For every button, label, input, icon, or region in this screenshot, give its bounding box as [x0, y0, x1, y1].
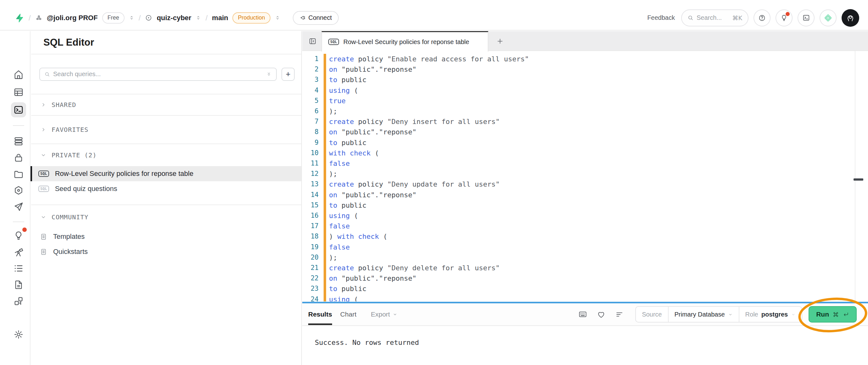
panel-resize-handle[interactable]: [302, 302, 868, 303]
query-list-item[interactable]: SQL Row-Level Security policies for repo…: [31, 166, 301, 181]
code-line[interactable]: 8on "public"."reponse": [302, 127, 868, 137]
help-icon: [758, 14, 766, 22]
code-line[interactable]: 11false: [302, 158, 868, 169]
advisors-alert-dot: [22, 227, 27, 232]
help-button[interactable]: [753, 9, 771, 26]
edge-functions-icon: [13, 185, 24, 196]
nav-database[interactable]: [11, 134, 26, 149]
code-line[interactable]: 17false: [302, 221, 868, 231]
sql-file-icon: SQL: [38, 186, 49, 192]
section-shared[interactable]: SHARED: [31, 94, 301, 116]
plan-badge: Free: [102, 12, 125, 24]
supabase-sql-editor-app: / @joli.org PROF Free / quiz-cyber / mai…: [0, 0, 868, 365]
home-icon: [13, 69, 24, 80]
code-line[interactable]: 4using (: [302, 85, 868, 96]
collapse-all-icon[interactable]: [266, 71, 272, 77]
nav-logs[interactable]: [11, 261, 26, 276]
query-search-input[interactable]: [53, 70, 263, 78]
database-select[interactable]: Primary Database: [668, 307, 739, 322]
collapse-sidebar-button[interactable]: [307, 35, 318, 47]
new-tab-button[interactable]: [494, 35, 506, 47]
code-line[interactable]: 19false: [302, 242, 868, 252]
nav-storage[interactable]: [11, 166, 26, 182]
org-switcher-chevron-icon[interactable]: [129, 15, 134, 21]
nav-integrations[interactable]: [11, 294, 26, 309]
code-line[interactable]: 22on "public"."reponse": [302, 273, 868, 283]
query-list-item[interactable]: SQL Seed quiz questions: [31, 181, 301, 196]
code-line[interactable]: 20);: [302, 252, 868, 263]
tab-chart[interactable]: Chart: [340, 310, 356, 318]
line-number: 22: [302, 273, 318, 283]
code-line[interactable]: 15to public: [302, 200, 868, 211]
nav-reports[interactable]: [11, 244, 26, 260]
user-avatar[interactable]: [842, 9, 859, 27]
branch-switcher-chevron-icon[interactable]: [275, 15, 280, 21]
code-line[interactable]: 24using (: [302, 294, 868, 301]
code-line[interactable]: 3to public: [302, 74, 868, 85]
community-list-item[interactable]: Quickstarts: [31, 244, 301, 259]
editor-tab-title: Row-Level Security policies for reponse …: [343, 38, 469, 45]
section-private[interactable]: PRIVATE (2): [31, 144, 301, 166]
supabase-logo-icon[interactable]: [15, 13, 24, 23]
list-icon: [13, 263, 24, 274]
code-line[interactable]: 23to public: [302, 283, 868, 294]
code-line[interactable]: 18) with check (: [302, 231, 868, 242]
section-favorites[interactable]: FAVORITES: [31, 116, 301, 144]
branch-name[interactable]: main: [212, 14, 228, 22]
run-button[interactable]: Run: [809, 306, 857, 323]
editor-tab-active[interactable]: SQL Row-Level Security policies for repo…: [321, 31, 488, 52]
search-icon: [687, 15, 693, 21]
code-line[interactable]: 9to public: [302, 138, 868, 148]
format-lines-button[interactable]: [614, 309, 625, 320]
code-text: create policy "Deny delete for all users…: [329, 263, 500, 273]
nav-api-docs[interactable]: [11, 277, 26, 292]
favorite-heart-button[interactable]: [596, 309, 606, 320]
new-query-button[interactable]: +: [281, 68, 295, 81]
command-icon: [833, 311, 839, 318]
nav-edge-functions[interactable]: [11, 183, 26, 198]
nav-realtime[interactable]: [11, 199, 26, 214]
nav-sql-editor[interactable]: [11, 102, 26, 117]
notifications-button[interactable]: [776, 9, 793, 26]
nav-table-editor[interactable]: [11, 85, 26, 100]
export-dropdown[interactable]: Export: [371, 310, 398, 318]
feedback-button[interactable]: Feedback: [647, 14, 675, 21]
nav-home[interactable]: [11, 67, 26, 82]
code-line[interactable]: 2on "public"."reponse": [302, 64, 868, 74]
code-line[interactable]: 16using (: [302, 211, 868, 221]
code-line[interactable]: 1create policy "Enable read access for a…: [302, 54, 868, 64]
code-line[interactable]: 21create policy "Deny delete for all use…: [302, 263, 868, 273]
connect-button[interactable]: Connect: [293, 11, 339, 25]
nav-settings[interactable]: [11, 327, 26, 342]
keyboard-shortcuts-button[interactable]: [578, 309, 588, 320]
community-list-item[interactable]: Templates: [31, 229, 301, 244]
command-menu-button[interactable]: [798, 9, 814, 26]
code-line[interactable]: 10with check (: [302, 148, 868, 158]
org-name[interactable]: @joli.org PROF: [47, 14, 98, 22]
scrollbar-marker[interactable]: [854, 178, 863, 181]
sql-file-icon: SQL: [38, 171, 49, 177]
code-line[interactable]: 5true: [302, 96, 868, 106]
sql-editor-main: SQL Row-Level Security policies for repo…: [302, 31, 868, 365]
rail-divider: [13, 125, 24, 126]
role-select[interactable]: Role postgres: [739, 307, 802, 322]
tab-results[interactable]: Results: [308, 310, 332, 318]
code-editor[interactable]: 1create policy "Enable read access for a…: [302, 51, 868, 301]
code-text: create policy "Deny insert for all users…: [329, 116, 500, 127]
project-name[interactable]: quiz-cyber: [157, 14, 191, 22]
section-community[interactable]: COMMUNITY: [31, 205, 301, 229]
code-line[interactable]: 7create policy "Deny insert for all user…: [302, 116, 868, 127]
global-search-input[interactable]: Search... ⌘K: [681, 9, 748, 26]
send-icon: [13, 202, 24, 212]
nav-advisors[interactable]: [11, 228, 26, 243]
rail-divider: [13, 221, 24, 222]
code-line[interactable]: 13create policy "Deny update for all use…: [302, 179, 868, 189]
query-search-field[interactable]: [39, 68, 277, 81]
code-line[interactable]: 14on "public"."reponse": [302, 190, 868, 200]
project-switcher-chevron-icon[interactable]: [196, 15, 201, 21]
assistant-diamond-icon: [824, 14, 832, 22]
code-line[interactable]: 6);: [302, 106, 868, 116]
code-line[interactable]: 12);: [302, 169, 868, 179]
nav-authentication[interactable]: [11, 150, 26, 165]
ai-assistant-button[interactable]: [819, 9, 837, 26]
